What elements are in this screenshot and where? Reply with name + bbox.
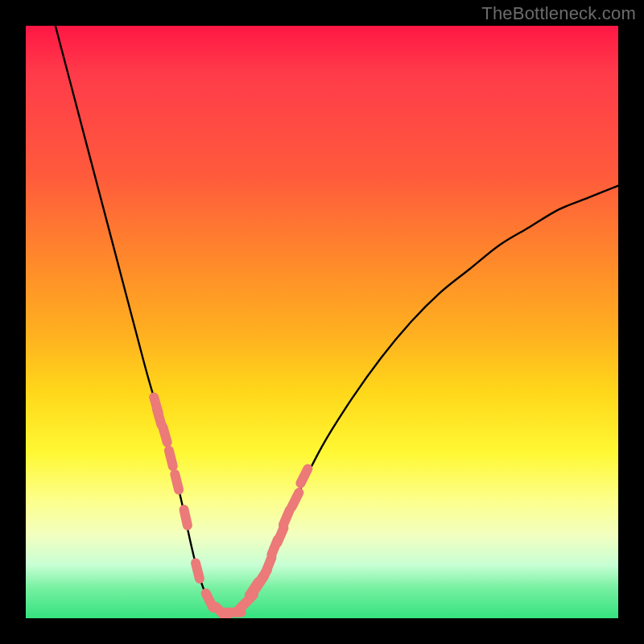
marker-point [278,528,284,543]
marker-point [169,451,173,466]
bottleneck-curve [56,26,618,613]
marker-point [175,474,179,489]
marker-point [157,409,161,424]
marker-point [283,510,290,525]
marker-point [300,469,308,483]
marker-point [266,557,271,572]
marker-point [196,563,200,578]
marker-point [184,510,188,526]
marker-point [163,427,167,442]
watermark-text: TheBottleneck.com [481,3,636,24]
plot-area [26,26,618,618]
chart-frame: TheBottleneck.com [0,0,644,644]
marker-point [291,493,299,507]
chart-svg [26,26,618,618]
marker-group [154,397,308,617]
